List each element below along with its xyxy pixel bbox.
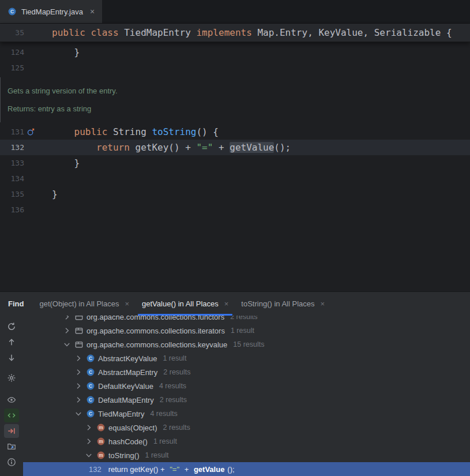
open-source-icon[interactable] — [4, 408, 19, 422]
refresh-icon[interactable] — [4, 320, 19, 333]
tree-row[interactable]: CDefaultKeyValue4 results — [23, 379, 470, 393]
code-token: (); — [227, 465, 234, 474]
package-icon — [74, 316, 84, 321]
find-tab[interactable]: toString() in All Places× — [235, 292, 331, 316]
find-results-panel[interactable]: org.apache.commons.collections.functors2… — [23, 316, 470, 476]
arrow-down-icon[interactable] — [4, 351, 19, 365]
svg-text:C: C — [89, 397, 92, 403]
node-label: TiedMapEntry — [98, 410, 144, 418]
method-icon: m — [96, 451, 106, 460]
chevron-right-icon[interactable] — [84, 437, 93, 446]
node-label: DefaultMapEntry — [98, 396, 154, 404]
arrow-up-icon[interactable] — [4, 335, 19, 349]
code-line-136[interactable]: 136 — [0, 202, 470, 218]
class-icon: C — [86, 354, 95, 363]
chevron-right-icon[interactable] — [74, 354, 83, 363]
code-token: getValue — [230, 142, 274, 153]
code-line-133[interactable]: 133 } — [0, 155, 470, 171]
node-label: AbstractKeyValue — [98, 354, 157, 363]
tree-row[interactable]: CAbstractKeyValue1 result — [23, 351, 470, 365]
chevron-down-icon[interactable] — [84, 451, 93, 460]
code-line-131[interactable]: 131 public String toString() { — [0, 124, 470, 140]
svg-text:C: C — [89, 355, 92, 361]
result-count: 15 results — [233, 340, 264, 348]
code-token: implements — [196, 27, 257, 38]
chevron-right-icon[interactable] — [74, 395, 83, 404]
settings-icon[interactable] — [4, 371, 19, 385]
class-icon: C — [86, 409, 95, 418]
code-token: (); — [274, 142, 291, 153]
chevron-down-icon[interactable] — [74, 409, 83, 418]
chevron-right-icon[interactable] — [74, 381, 83, 391]
code-token: String — [113, 126, 152, 137]
code-line-135[interactable]: 135} — [0, 186, 470, 202]
code-editor[interactable]: 35 public class TiedMapEntry implements … — [0, 24, 470, 291]
usage-result-row[interactable]: 132return getKey() + "=" + getValue(); — [23, 462, 470, 476]
tree-row[interactable]: mtoString()1 result — [23, 448, 470, 462]
result-count: 2 results — [160, 396, 187, 404]
svg-text:C: C — [89, 411, 92, 417]
class-icon: C — [7, 7, 17, 16]
close-tab-icon[interactable]: × — [321, 299, 325, 308]
sticky-code: public class TiedMapEntry implements Map… — [52, 27, 452, 38]
expand-collapse-icon[interactable] — [4, 473, 19, 476]
select-opened-icon[interactable] — [4, 440, 19, 453]
navigate-auto-icon[interactable] — [4, 424, 19, 438]
tree-row[interactable]: org.apache.commons.collections.functors2… — [23, 316, 470, 324]
code-token: toString — [152, 126, 196, 137]
code-token: public class — [52, 27, 124, 38]
find-tab[interactable]: get(Object) in All Places× — [33, 292, 136, 316]
code-token: Map.Entry, KeyValue, Serializable { — [257, 27, 452, 38]
find-tabs: get(Object) in All Places×getValue() in … — [33, 292, 331, 316]
editor-tab-title: TiedMapEntry.java — [21, 8, 83, 16]
close-tab-icon[interactable]: × — [125, 299, 129, 308]
result-count: 1 result — [145, 451, 168, 459]
node-label: AbstractMapEntry — [98, 368, 157, 377]
line-number: 132 — [0, 143, 24, 152]
override-gutter-icon[interactable] — [24, 128, 37, 136]
editor-tab[interactable]: C TiedMapEntry.java × — [0, 0, 102, 23]
find-toolbar — [0, 316, 23, 476]
result-count: 1 result — [163, 354, 186, 362]
code-line-132[interactable]: 132 return getKey() + "=" + getValue(); — [0, 140, 470, 155]
code-token: "=" — [196, 142, 213, 153]
result-count: 2 results — [163, 423, 190, 432]
tree-row[interactable]: CDefaultMapEntry2 results — [23, 393, 470, 407]
preview-icon[interactable] — [4, 393, 19, 407]
svg-text:m: m — [99, 438, 103, 444]
chevron-right-icon[interactable] — [84, 423, 93, 432]
chevron-down-icon[interactable] — [62, 340, 72, 349]
result-count: 4 results — [159, 382, 186, 390]
rendered-doc-comment: Gets a string version of the entry.Retur… — [0, 77, 470, 122]
tree-row[interactable]: org.apache.commons.collections.iterators… — [23, 324, 470, 338]
sticky-header-line[interactable]: 35 public class TiedMapEntry implements … — [0, 24, 470, 42]
svg-text:C: C — [89, 369, 92, 375]
code-line-134[interactable]: 134 — [0, 171, 470, 186]
close-tab-icon[interactable]: × — [224, 299, 229, 308]
code-token: + — [182, 465, 191, 474]
code-token: getValue — [194, 465, 224, 474]
class-icon: C — [86, 368, 95, 377]
class-icon: C — [86, 381, 95, 391]
close-tab-icon[interactable]: × — [90, 7, 95, 16]
tree-row[interactable]: mequals(Object)2 results — [23, 421, 470, 434]
code-line-124[interactable]: 124 } — [0, 44, 470, 60]
chevron-right-icon[interactable] — [74, 368, 83, 377]
method-icon: m — [96, 437, 106, 446]
info-icon[interactable] — [4, 455, 19, 469]
code-line-125[interactable]: 125 — [0, 60, 470, 76]
tree-row[interactable]: CAbstractMapEntry2 results — [23, 365, 470, 379]
editor-lines: 124 }125Gets a string version of the ent… — [0, 42, 470, 218]
svg-text:m: m — [99, 452, 103, 458]
find-tab[interactable]: getValue() in All Places× — [136, 292, 235, 316]
line-number: 135 — [0, 190, 24, 198]
find-panel-header: Find get(Object) in All Places×getValue(… — [0, 291, 470, 316]
chevron-right-icon[interactable] — [62, 316, 72, 321]
node-label: org.apache.commons.collections.keyvalue — [87, 340, 227, 349]
tree-row[interactable]: CTiedMapEntry4 results — [23, 407, 470, 421]
package-icon — [74, 340, 84, 349]
chevron-right-icon[interactable] — [62, 326, 72, 335]
tree-row[interactable]: org.apache.commons.collections.keyvalue1… — [23, 338, 470, 351]
tree-row[interactable]: mhashCode()1 result — [23, 434, 470, 448]
package-icon — [74, 326, 84, 335]
